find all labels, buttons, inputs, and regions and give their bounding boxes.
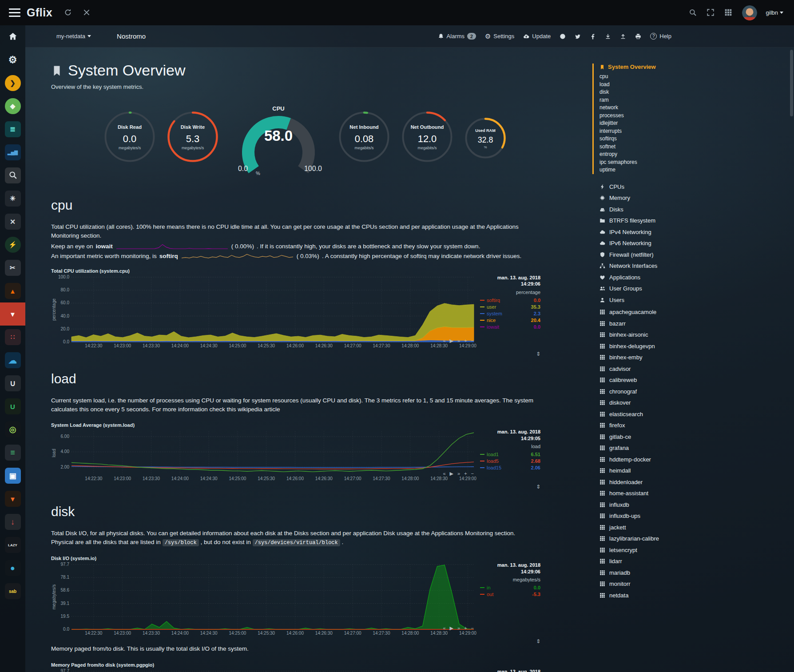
sidebar-jackett-search-icon[interactable] (0, 164, 25, 187)
zoom-in-button[interactable]: + (464, 338, 467, 344)
nav-app-influxdb[interactable]: influxdb (599, 499, 794, 511)
nav-section-disks[interactable]: Disks (599, 204, 794, 215)
refresh-icon[interactable] (64, 8, 73, 17)
legend-entry-load1[interactable]: load1 6.51 (480, 452, 540, 457)
import-button[interactable] (605, 33, 611, 40)
page-scrollbar[interactable] (790, 50, 793, 116)
nav-sub-disk[interactable]: disk (599, 88, 794, 96)
pan-back-button[interactable]: « (443, 471, 445, 477)
nav-app-firefox[interactable]: firefox (599, 420, 794, 431)
app-title[interactable]: Gflix (27, 6, 52, 19)
legend-entry-load15[interactable]: load15 2.06 (480, 465, 540, 470)
zoom-in-button[interactable]: + (464, 471, 467, 477)
fullscreen-icon[interactable] (707, 8, 715, 17)
nav-section-firewall-netfilter[interactable]: Firewall (netfilter) (599, 249, 794, 261)
chart-resize-handle[interactable]: ⇕ (536, 351, 540, 357)
chart-resize-handle[interactable]: ⇕ (536, 484, 540, 490)
apps-grid-icon[interactable] (724, 8, 733, 17)
facebook-button[interactable] (590, 33, 596, 40)
play-button[interactable]: ▶ (450, 338, 453, 344)
sidebar-reel-icon[interactable]: ✳ (0, 187, 25, 210)
sidebar-sabnzbd-icon[interactable]: sab (0, 580, 25, 603)
nav-system-overview[interactable]: System Overview (599, 64, 794, 70)
nav-app-heimdall[interactable]: heimdall (599, 465, 794, 477)
sidebar-heimdall-icon[interactable]: ▣ (0, 464, 25, 487)
nav-sub-softirqs[interactable]: softirqs (599, 135, 794, 143)
sidebar-horseshoe-icon[interactable]: ∪ (0, 372, 25, 395)
nav-app-diskover[interactable]: diskover (599, 397, 794, 409)
disk-read-gauge[interactable]: Disk Read0.0megabytes/s (103, 111, 156, 165)
pan-back-button[interactable]: « (443, 338, 445, 344)
sidebar-scissors-icon[interactable]: ✂ (0, 256, 25, 279)
nav-section-btrfs-filesystem[interactable]: BTRFS filesystem (599, 215, 794, 227)
pan-back-button[interactable]: « (443, 625, 445, 631)
disk-write-gauge[interactable]: Disk Write5.3megabytes/s (167, 111, 219, 165)
net-outbound-gauge[interactable]: Net Outbound12.0megabits/s (401, 111, 453, 165)
sidebar-home-icon[interactable] (0, 25, 25, 48)
sidebar-red-down-icon[interactable]: ↓ (0, 510, 25, 533)
legend-entry-in[interactable]: in 0.0 (480, 585, 540, 590)
nav-section-users[interactable]: Users (599, 294, 794, 306)
twitter-button[interactable] (575, 33, 581, 40)
user-avatar[interactable] (742, 5, 757, 20)
nav-app-lidarr[interactable]: lidarr (599, 556, 794, 567)
nav-app-gitlab-ce[interactable]: gitlab-ce (599, 431, 794, 443)
nav-app-cadvisor[interactable]: cadvisor (599, 363, 794, 375)
cpu-gauge[interactable]: CPU58.00.0100.0% (230, 103, 327, 177)
nav-app-mariadb[interactable]: mariadb (599, 567, 794, 579)
nav-app-grafana[interactable]: grafana (599, 442, 794, 454)
sidebar-netdata-icon[interactable]: ▼ (0, 302, 25, 326)
legend-entry-iowait[interactable]: iowait 0.0 (480, 324, 540, 330)
sidebar-bazarr-icon[interactable]: ∷ (0, 326, 25, 349)
nav-app-home-assistant[interactable]: home-assistant (599, 488, 794, 499)
nav-app-hiddenloader[interactable]: hiddenloader (599, 477, 794, 488)
nav-section-network-interfaces[interactable]: Network Interfaces (599, 260, 794, 272)
settings-button[interactable]: ⚙Settings (485, 33, 514, 40)
nav-sub-idlejitter[interactable]: idlejitter (599, 119, 794, 127)
sidebar-nextcloud-icon[interactable]: ☁ (0, 349, 25, 372)
nav-section-user-groups[interactable]: User Groups (599, 283, 794, 294)
nav-app-binhex-emby[interactable]: binhex-emby (599, 352, 794, 363)
legend-entry-out[interactable]: out -5.3 (480, 592, 540, 597)
legend-entry-user[interactable]: user 35.3 (480, 304, 540, 310)
export-button[interactable] (620, 33, 626, 40)
used-ram-gauge[interactable]: Used RAM32.8% (464, 117, 507, 161)
nav-app-chronograf[interactable]: chronograf (599, 386, 794, 398)
nav-app-bazarr[interactable]: bazarr (599, 318, 794, 330)
legend-entry-nice[interactable]: nice 20.4 (480, 318, 540, 323)
nav-app-lazylibrarian-calibre[interactable]: lazylibrarian-calibre (599, 533, 794, 545)
sidebar-emby-stack-icon[interactable]: ≣ (0, 118, 25, 141)
nav-sub-network[interactable]: network (599, 104, 794, 112)
alarms-button[interactable]: Alarms2 (438, 33, 476, 40)
legend-entry-load5[interactable]: load5 2.68 (480, 458, 540, 464)
nav-app-hddtemp-docker[interactable]: hddtemp-docker (599, 454, 794, 465)
nav-section-ipv6-networking[interactable]: IPv6 Networking (599, 238, 794, 249)
chart-plot-area[interactable]: 2.004.006.0014:22:3014:23:0014:23:3014:2… (51, 429, 478, 484)
nav-app-netdata[interactable]: netdata (599, 590, 794, 601)
sidebar-lazylibrarian-icon[interactable]: LAZY (0, 533, 25, 557)
nav-section-memory[interactable]: Memory (599, 192, 794, 204)
legend-entry-system[interactable]: system 2.3 (480, 311, 540, 316)
chart-plot-area[interactable]: 0.019.539.158.678.197.714:22:3014:23:001… (51, 562, 478, 638)
zoom-out-button[interactable]: − (471, 625, 474, 631)
sidebar-compass-icon[interactable]: × (0, 210, 25, 233)
sidebar-droplet-icon[interactable]: ● (0, 557, 25, 580)
nav-section-cpus[interactable]: CPUs (599, 181, 794, 193)
nav-app-influxdb-ups[interactable]: influxdb-ups (599, 510, 794, 522)
nav-app-monitorr[interactable]: monitorr (599, 578, 794, 590)
sidebar-sonarr-icon[interactable]: ◆ (0, 95, 25, 118)
pan-forward-button[interactable]: » (457, 338, 460, 344)
nav-sub-ipc-semaphores[interactable]: ipc semaphores (599, 159, 794, 167)
username-dropdown[interactable]: gilbn (766, 9, 783, 16)
play-button[interactable]: ▶ (450, 625, 453, 631)
nav-sub-cpu[interactable]: cpu (599, 73, 794, 81)
zoom-out-button[interactable]: − (471, 338, 474, 344)
sidebar-gitlab-icon[interactable]: ▼ (0, 487, 25, 510)
sidebar-status-lines-icon[interactable]: ≡ (0, 441, 25, 464)
nav-section-ipv4-networking[interactable]: IPv4 Networking (599, 227, 794, 238)
sidebar-settings-icon[interactable]: ⚙ (0, 48, 25, 72)
sidebar-grafana-flame-icon[interactable]: ▲ (0, 279, 25, 302)
github-button[interactable] (560, 33, 566, 40)
zoom-in-button[interactable]: + (464, 625, 467, 631)
chart-resize-handle[interactable]: ⇕ (536, 638, 540, 644)
